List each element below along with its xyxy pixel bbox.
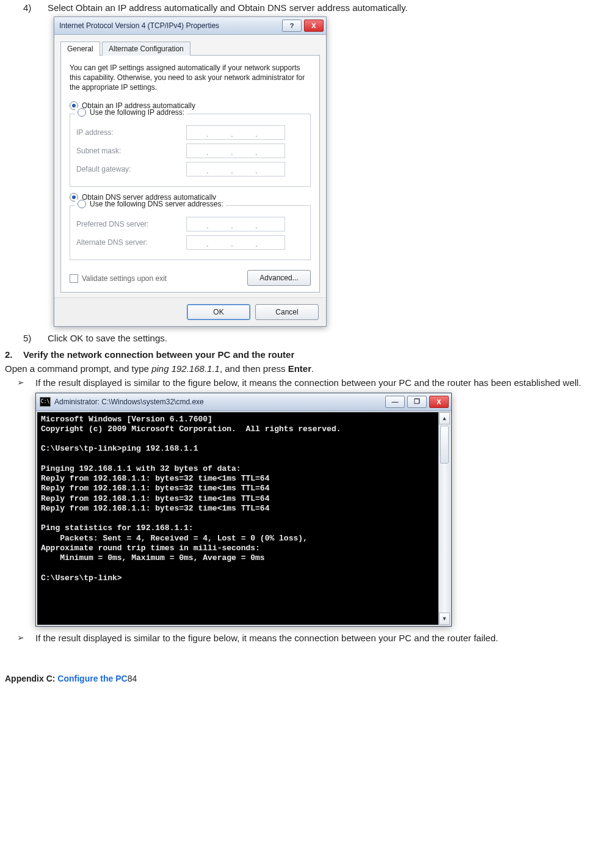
close-icon: X (311, 22, 316, 29)
step-5: 5) Click OK to save the settings. (23, 333, 611, 343)
maximize-icon: ❐ (414, 398, 420, 406)
tab-bar: General Alternate Configuration (60, 41, 320, 56)
bullet-fail: ➢ If the result displayed is similar to … (17, 633, 611, 643)
bullet-icon: ➢ (17, 633, 35, 643)
subnet-mask-field[interactable] (186, 144, 285, 158)
scroll-down-icon[interactable]: ▼ (439, 613, 450, 625)
checkbox-icon (70, 274, 78, 283)
step-4-num: 4) (23, 2, 48, 13)
step-5-text: Click OK to save the settings. (48, 333, 167, 343)
radio-label: Use the following IP address: (90, 108, 184, 117)
radio-icon (78, 200, 86, 208)
tab-panel-general: You can get IP settings assigned automat… (60, 55, 320, 293)
step-4-text: Select Obtain an IP address automaticall… (48, 2, 408, 13)
bullet-icon: ➢ (17, 377, 35, 388)
dialog-title: Internet Protocol Version 4 (TCP/IPv4) P… (59, 21, 282, 30)
close-button[interactable]: X (429, 396, 449, 408)
validate-checkbox[interactable]: Validate settings upon exit (70, 274, 167, 283)
help-button[interactable]: ? (282, 20, 302, 32)
close-button[interactable]: X (304, 20, 324, 32)
ip-address-field[interactable] (186, 125, 285, 140)
heading-verify: 2. Verify the network connection between… (5, 349, 611, 360)
scrollbar[interactable]: ▲ ▼ (438, 412, 450, 625)
minimize-icon: — (392, 398, 399, 406)
static-ip-group: Use the following IP address: IP address… (70, 114, 311, 187)
ok-button[interactable]: OK (187, 304, 250, 320)
ipv4-properties-dialog: Internet Protocol Version 4 (TCP/IPv4) P… (54, 16, 327, 327)
radio-label: Use the following DNS server addresses: (90, 200, 223, 208)
scroll-up-icon[interactable]: ▲ (439, 412, 450, 424)
label-adns: Alternate DNS server: (76, 238, 186, 247)
label-ip: IP address: (76, 128, 186, 137)
bullet-success: ➢ If the result displayed is similar to … (17, 377, 611, 388)
label-gateway: Default gateway: (76, 165, 186, 173)
label-pdns: Preferred DNS server: (76, 220, 186, 228)
advanced-button[interactable]: Advanced... (247, 270, 311, 286)
maximize-button[interactable]: ❐ (407, 396, 427, 408)
checkbox-label: Validate settings upon exit (82, 274, 167, 283)
help-icon: ? (290, 22, 294, 29)
dialog-footer: OK Cancel (54, 297, 326, 326)
label-subnet: Subnet mask: (76, 147, 186, 155)
dialog-titlebar[interactable]: Internet Protocol Version 4 (TCP/IPv4) P… (54, 17, 326, 35)
step-5-num: 5) (23, 333, 48, 343)
gateway-field[interactable] (186, 162, 285, 176)
dialog-description: You can get IP settings assigned automat… (70, 63, 311, 93)
cmd-icon: C:\ (40, 397, 51, 407)
minimize-button[interactable]: — (385, 396, 405, 408)
radio-icon (78, 108, 86, 117)
heading-num: 2. (5, 349, 23, 360)
static-dns-group: Use the following DNS server addresses: … (70, 205, 311, 260)
cmd-output[interactable]: Microsoft Windows [Version 6.1.7600] Cop… (37, 412, 438, 625)
tab-alternate[interactable]: Alternate Configuration (102, 42, 190, 56)
scroll-thumb[interactable] (440, 426, 449, 464)
bullet-text: If the result displayed is similar to th… (35, 633, 498, 643)
step-4: 4) Select Obtain an IP address automatic… (23, 2, 611, 13)
cmd-window: C:\ Administrator: C:\Windows\system32\c… (35, 393, 452, 627)
bullet-text: If the result displayed is similar to th… (35, 377, 581, 388)
tab-general[interactable]: General (60, 42, 100, 56)
radio-use-ip[interactable]: Use the following IP address: (75, 108, 187, 117)
close-icon: X (437, 398, 441, 406)
open-cmd-instruction: Open a command prompt, and type ping 192… (5, 363, 611, 374)
heading-text: Verify the network connection between yo… (23, 349, 294, 360)
cmd-titlebar[interactable]: C:\ Administrator: C:\Windows\system32\c… (36, 393, 451, 411)
cancel-button[interactable]: Cancel (255, 304, 319, 320)
cmd-title: Administrator: C:\Windows\system32\cmd.e… (54, 398, 382, 406)
alternate-dns-field[interactable] (186, 235, 285, 250)
radio-use-dns[interactable]: Use the following DNS server addresses: (75, 200, 226, 208)
page-footer: Appendix C: Configure the PC84 (5, 674, 611, 683)
preferred-dns-field[interactable] (186, 217, 285, 231)
